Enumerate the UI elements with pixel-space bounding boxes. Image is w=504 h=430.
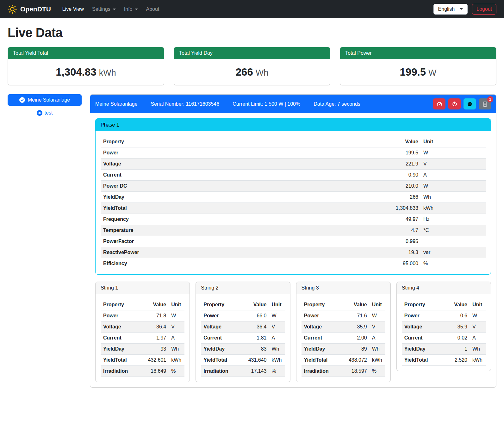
nav-item-live-view[interactable]: Live View [59,4,87,15]
property-name: Power [302,310,346,321]
string-table: Property Value Unit Power [302,299,385,377]
table-row: Current 1.97 A [101,333,184,344]
property-value: 83 [246,344,269,355]
total-yield-total-card: Total Yield Total 1,304.83kWh [8,47,164,85]
language-selected-label: English [438,6,455,12]
x-circle-icon [37,110,42,116]
col-property: Property [302,299,346,310]
table-row: Current 1.81 A [201,333,285,344]
stat-card-title: Total Yield Day [174,47,330,59]
property-name: Power [402,310,447,321]
property-name: Current [101,333,145,344]
property-name: Current [101,170,373,181]
property-name: Voltage [402,321,447,333]
string-1-card: String 1 Property Value Unit [95,282,190,382]
string-3-card: String 3 Property Value Unit [296,282,391,382]
property-value: 1.97 [145,333,169,344]
table-row: Power 71.8 W [101,310,184,321]
sidebar-item-test[interactable]: test [8,110,82,116]
power-button[interactable] [448,98,461,109]
property-name: Voltage [302,321,346,333]
property-value: 0.02 [447,333,470,344]
property-name: Voltage [201,321,246,333]
property-name: Current [302,333,346,344]
total-yield-day-card: Total Yield Day 266Wh [174,47,330,85]
property-name: Irradiation [302,366,346,377]
event-log-button[interactable]: 2 [479,98,491,109]
property-unit: A [370,333,385,344]
property-value: 17.143 [246,366,269,377]
inverter-limit: Current Limit: 1,500 W | 100% [233,101,300,107]
string-card-title: String 1 [96,282,190,294]
col-unit: Unit [169,299,184,310]
property-unit: A [421,170,486,181]
phase-table: Property Value Unit Power [101,136,486,269]
property-value: 49.97 [373,214,421,225]
property-unit: kWh [421,203,486,214]
table-header-row: Property Value Unit [201,299,285,310]
col-value: Value [346,299,370,310]
property-value: 35.9 [346,321,370,333]
inverter-name: Meine Solaranlage [95,101,137,107]
inverter-sidebar: Meine Solaranlage test [8,94,82,116]
property-name: Efficiency [101,258,373,269]
summary-cards: Total Yield Total 1,304.83kWh Total Yiel… [8,47,496,85]
table-row: YieldDay 93 Wh [101,344,184,355]
main-content: Live Data Total Yield Total 1,304.83kWh … [0,18,504,396]
brand-name: OpenDTU [20,5,51,13]
property-value: 18.649 [145,366,169,377]
property-name: YieldDay [402,344,447,355]
property-unit [421,236,486,247]
property-name: Irradiation [101,366,145,377]
power-icon [452,101,457,107]
sidebar-item-meine-solaranlage[interactable]: Meine Solaranlage [8,94,82,106]
property-unit: % [269,366,285,377]
logout-button[interactable]: Logout [472,4,496,15]
property-unit: Wh [421,192,486,203]
property-unit: % [169,366,184,377]
property-name: Power DC [101,181,373,192]
col-property: Property [201,299,246,310]
property-name: Voltage [101,321,145,333]
limit-settings-button[interactable] [433,98,445,109]
table-row: Irradiation 18.597 % [302,366,385,377]
property-value: 71.6 [346,310,370,321]
sidebar-item-label: test [45,110,53,116]
table-row: Irradiation 18.649 % [101,366,184,377]
property-value: 0.6 [447,310,470,321]
property-unit: W [169,310,184,321]
table-row: Voltage 36.4 V [101,321,184,333]
property-unit: kWh [269,355,285,366]
sun-icon [8,4,17,14]
property-unit: W [269,310,285,321]
nav-item-settings[interactable]: Settings [89,4,119,15]
language-select[interactable]: English [433,4,468,15]
property-value: 432.601 [145,355,169,366]
col-property: Property [101,136,373,147]
table-row: Current 2.00 A [302,333,385,344]
nav-item-about[interactable]: About [143,4,163,15]
property-unit: var [421,247,486,258]
table-header-row: Property Value Unit [402,299,486,310]
property-unit: V [169,321,184,333]
property-name: YieldTotal [101,203,373,214]
property-value: 431.640 [246,355,269,366]
property-unit: V [421,159,486,170]
table-row: YieldTotal 432.601 kWh [101,355,184,366]
page-title: Live Data [8,26,496,40]
property-name: Frequency [101,214,373,225]
device-info-button[interactable] [464,98,476,109]
nav-item-info[interactable]: Info [121,4,141,15]
table-row: Temperature 4.7 °C [101,225,486,236]
property-value: 36.4 [145,321,169,333]
property-value: 35.9 [447,321,470,333]
phase-1-card: Phase 1 Property Value Unit [95,118,491,275]
gauge-icon [437,101,442,107]
inverter-data-age: Data Age: 7 seconds [314,101,360,107]
property-name: PowerFactor [101,236,373,247]
property-value: 438.072 [346,355,370,366]
brand[interactable]: OpenDTU [8,4,51,14]
property-unit: A [269,333,285,344]
property-value: 2.520 [447,355,470,366]
property-unit: % [370,366,385,377]
